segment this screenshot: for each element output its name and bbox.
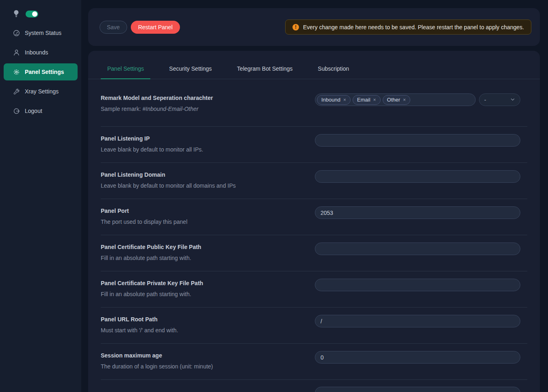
- sidebar-item-label: System Status: [25, 30, 61, 36]
- setting-label: Panel URL Root Path: [101, 316, 178, 323]
- logout-icon: [13, 108, 20, 115]
- setting-row-session-max-age: Session maximum age The duration of a lo…: [101, 344, 527, 380]
- tab-bar: Panel Settings Security Settings Telegra…: [88, 51, 540, 79]
- separator-select[interactable]: -: [479, 93, 520, 106]
- sidebar: System Status Inbounds Panel Settings: [0, 0, 81, 392]
- sidebar-item-inbounds[interactable]: Inbounds: [4, 44, 78, 61]
- description-prefix: Sample remark:: [101, 106, 143, 112]
- main-content: Save Restart Panel ! Every change made h…: [81, 0, 548, 392]
- setting-row-panel-port: Panel Port The port used to display this…: [101, 199, 527, 235]
- tag-chip: Email ×: [353, 95, 381, 105]
- warning-text: Every change made here needs to be saved…: [303, 24, 524, 30]
- setting-label: Remark Model and Seperation charachter: [101, 95, 213, 101]
- setting-row-panel-listening-ip: Panel Listening IP Leave blank by defaul…: [101, 127, 527, 163]
- tab-subscription[interactable]: Subscription: [311, 62, 355, 79]
- setting-row-panel-url-root-path: Panel URL Root Path Must start with '/' …: [101, 308, 527, 344]
- partial-row-input[interactable]: [315, 387, 520, 392]
- tag-label: Inbound: [321, 97, 340, 103]
- panel-url-root-path-input[interactable]: [315, 315, 520, 327]
- setting-description: Fill in an absolute path starting with.: [101, 291, 203, 297]
- setting-row-cert-private-key-path: Panel Certificate Private Key File Path …: [101, 271, 527, 308]
- sidebar-nav: System Status Inbounds Panel Settings: [0, 24, 81, 119]
- setting-description: The duration of a login session (unit: m…: [101, 363, 213, 370]
- warning-icon: !: [292, 24, 299, 30]
- tag-label: Other: [387, 97, 401, 103]
- chevron-down-icon: [510, 97, 515, 103]
- dark-mode-toggle[interactable]: [26, 11, 38, 17]
- tag-chip: Inbound ×: [317, 95, 351, 105]
- gear-icon: [13, 69, 20, 76]
- sidebar-item-label: Panel Settings: [25, 69, 64, 75]
- panel-listening-ip-input[interactable]: [315, 134, 520, 147]
- setting-description: Leave blank by default to monitor all IP…: [101, 146, 203, 153]
- setting-description: Leave blank by default to monitor all do…: [101, 182, 236, 189]
- sidebar-item-logout[interactable]: Logout: [4, 102, 78, 119]
- user-icon: [13, 49, 20, 56]
- theme-toggle-row: [0, 9, 81, 19]
- sidebar-item-system-status[interactable]: System Status: [4, 24, 78, 41]
- setting-row-remark-model: Remark Model and Seperation charachter S…: [101, 79, 527, 127]
- setting-label: Session maximum age: [101, 352, 213, 359]
- cert-public-key-path-input[interactable]: [315, 243, 520, 255]
- tab-telegram-bot-settings[interactable]: Telegram Bot Settings: [230, 62, 299, 79]
- tag-remove-icon[interactable]: ×: [343, 97, 346, 102]
- warning-banner: ! Every change made here needs to be sav…: [285, 19, 531, 35]
- wrench-icon: [13, 88, 20, 95]
- setting-description: Fill in an absolute path starting with.: [101, 255, 201, 261]
- setting-label: Panel Certificate Private Key File Path: [101, 280, 203, 286]
- sidebar-item-label: Inbounds: [25, 49, 48, 56]
- tag-remove-icon[interactable]: ×: [373, 97, 376, 102]
- tag-chip: Other ×: [383, 95, 411, 105]
- setting-description: The port used to display this panel: [101, 219, 187, 225]
- sidebar-item-xray-settings[interactable]: Xray Settings: [4, 83, 78, 100]
- remark-model-tags-input[interactable]: Inbound × Email × Other ×: [315, 93, 476, 106]
- dashboard-gauge-icon: [13, 30, 20, 37]
- tag-remove-icon[interactable]: ×: [403, 97, 406, 102]
- lightbulb-icon: [13, 10, 19, 18]
- setting-row-cert-public-key-path: Panel Certificate Public Key File Path F…: [101, 235, 527, 271]
- save-button[interactable]: Save: [100, 21, 127, 34]
- action-bar: Save Restart Panel ! Every change made h…: [88, 8, 540, 46]
- setting-label: Panel Listening Domain: [101, 171, 236, 178]
- tag-label: Email: [357, 97, 370, 103]
- toggle-knob: [32, 11, 37, 17]
- description-sample: #Inbound-Email-Other: [143, 106, 199, 112]
- panel-port-input[interactable]: [315, 206, 520, 219]
- separator-select-value: -: [484, 97, 486, 103]
- panel-listening-domain-input[interactable]: [315, 170, 520, 183]
- tab-security-settings[interactable]: Security Settings: [162, 62, 218, 79]
- setting-label: Panel Certificate Public Key File Path: [101, 244, 201, 250]
- cert-private-key-path-input[interactable]: [315, 279, 520, 291]
- setting-row-panel-listening-domain: Panel Listening Domain Leave blank by de…: [101, 163, 527, 199]
- restart-panel-button[interactable]: Restart Panel: [131, 21, 180, 34]
- setting-label: Panel Port: [101, 208, 187, 214]
- setting-description: Sample remark: #Inbound-Email-Other: [101, 106, 213, 112]
- setting-row-partial: [101, 380, 527, 392]
- sidebar-item-label: Xray Settings: [25, 88, 58, 95]
- tab-panel-settings[interactable]: Panel Settings: [101, 62, 150, 79]
- setting-label: Panel Listening IP: [101, 135, 203, 142]
- sidebar-item-panel-settings[interactable]: Panel Settings: [4, 63, 78, 80]
- sidebar-item-label: Logout: [25, 108, 42, 114]
- session-max-age-input[interactable]: [315, 351, 520, 364]
- settings-rows: Remark Model and Seperation charachter S…: [88, 79, 540, 392]
- setting-description: Must start with '/' and end with.: [101, 327, 178, 334]
- settings-card: Panel Settings Security Settings Telegra…: [88, 51, 540, 392]
